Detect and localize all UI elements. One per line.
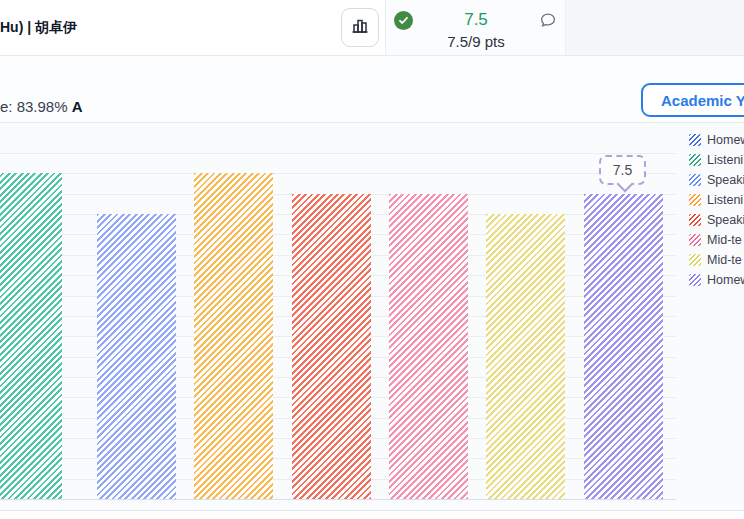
gridline	[0, 153, 676, 154]
legend-label: Homew	[707, 273, 744, 287]
chart-legend: HomewListeniSpeakiListeniSpeakiMid-teMid…	[689, 130, 744, 290]
bar[interactable]	[389, 194, 468, 499]
grade-percentage: e: 83.98%	[0, 98, 72, 115]
legend-item[interactable]: Listeni	[689, 190, 744, 210]
score-cell: 7.5 7.5/9 pts	[386, 0, 566, 55]
student-name: Hu) | 胡卓伊	[0, 19, 77, 37]
legend-swatch	[689, 214, 701, 226]
legend-item[interactable]: Homew	[689, 270, 744, 290]
legend-item[interactable]: Homew	[689, 130, 744, 150]
legend-label: Listeni	[707, 193, 743, 207]
legend-swatch	[689, 174, 701, 186]
legend-swatch	[689, 194, 701, 206]
legend-item[interactable]: Mid-te	[689, 250, 744, 270]
legend-label: Listeni	[707, 153, 743, 167]
speech-bubble-icon	[539, 15, 557, 32]
grade-summary-row: e: 83.98% A Academic Yea	[0, 56, 744, 123]
header-empty-cell	[566, 0, 744, 55]
bar[interactable]	[292, 194, 371, 499]
legend-swatch	[689, 234, 701, 246]
grade-summary: e: 83.98% A	[0, 98, 83, 115]
legend-item[interactable]: Speaki	[689, 170, 744, 190]
legend-item[interactable]: Mid-te	[689, 230, 744, 250]
legend-swatch	[689, 154, 701, 166]
student-name-cell: Hu) | 胡卓伊	[0, 0, 386, 55]
gradebook-header-row: Hu) | 胡卓伊 7.5 7.5/9 pts	[0, 0, 744, 56]
legend-label: Speaki	[707, 213, 744, 227]
bar[interactable]	[584, 194, 663, 499]
legend-label: Speaki	[707, 173, 744, 187]
grade-letter: A	[72, 98, 83, 115]
legend-label: Mid-te	[707, 253, 742, 267]
bar[interactable]	[0, 173, 62, 499]
score-value: 7.5	[413, 10, 539, 30]
footer-space	[0, 511, 744, 519]
legend-swatch	[689, 254, 701, 266]
comment-button[interactable]	[539, 12, 557, 33]
check-circle-icon	[394, 11, 413, 30]
chart-tooltip: 7.5	[599, 155, 646, 185]
score-column: 7.5 7.5/9 pts	[413, 10, 539, 50]
chart-toggle-button[interactable]	[341, 8, 379, 47]
gridline	[0, 173, 676, 174]
x-axis-line	[0, 499, 676, 500]
legend-item[interactable]: Listeni	[689, 150, 744, 170]
grade-chart: 7.5 HomewListeniSpeakiListeniSpeakiMid-t…	[0, 123, 744, 511]
legend-label: Mid-te	[707, 233, 742, 247]
legend-swatch	[689, 274, 701, 286]
legend-label: Homew	[707, 133, 744, 147]
bar-chart-icon	[350, 16, 370, 40]
bar[interactable]	[486, 214, 565, 499]
bar[interactable]	[97, 214, 176, 499]
score-detail: 7.5/9 pts	[413, 33, 539, 50]
bar[interactable]	[194, 173, 273, 499]
legend-item[interactable]: Speaki	[689, 210, 744, 230]
academic-year-button[interactable]: Academic Yea	[641, 83, 744, 117]
legend-swatch	[689, 134, 701, 146]
tooltip-value: 7.5	[613, 162, 632, 178]
plot-area	[0, 123, 676, 511]
